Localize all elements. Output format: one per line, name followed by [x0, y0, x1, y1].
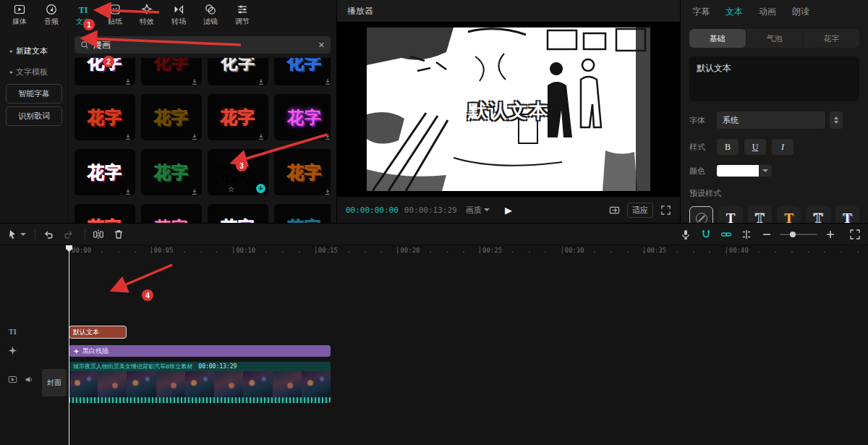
text-style-preview: 花字 — [287, 161, 322, 184]
select-tool-chevron-icon[interactable] — [20, 233, 26, 236]
subtab-花字[interactable]: 花字 — [803, 29, 859, 48]
text-content-input[interactable]: 默认文本 — [689, 56, 859, 101]
font-stepper[interactable] — [830, 111, 843, 129]
tab-朗读[interactable]: 朗读 — [792, 6, 809, 18]
text-style-tile[interactable]: 花字 — [208, 204, 268, 223]
tab-动画[interactable]: 动画 — [759, 6, 776, 18]
fit-timeline-icon[interactable] — [849, 229, 861, 240]
add-to-track-icon[interactable]: + — [256, 184, 265, 193]
zoom-out-icon[interactable] — [761, 229, 773, 240]
toolbar-item-label: 媒体 — [12, 17, 27, 27]
color-picker[interactable] — [717, 165, 772, 177]
cover-button[interactable]: 封面 — [42, 369, 67, 397]
subtab-气泡[interactable]: 气泡 — [746, 29, 804, 48]
play-button[interactable]: ▶ — [505, 205, 512, 216]
fit-mode-button[interactable]: 适应 — [627, 203, 653, 218]
text-style-tile[interactable]: 化字 — [274, 58, 331, 85]
preset-label: 预设样式 — [689, 188, 859, 199]
zoom-in-icon[interactable] — [825, 229, 836, 240]
download-icon[interactable] — [191, 130, 198, 137]
quality-dropdown[interactable]: 画质 — [466, 205, 490, 216]
main-track-magnet-icon[interactable] — [700, 229, 712, 240]
video-clip[interactable]: 城市夜景人物街景美女情侣背影汽车B班立素材 00:00:13:29 — [69, 362, 331, 403]
preview-axis-icon[interactable] — [741, 229, 752, 240]
toolbar-item-贴纸[interactable]: 贴纸 — [100, 1, 130, 30]
playhead[interactable] — [69, 245, 69, 445]
sidebar-item-识别歌词[interactable]: 识别歌词 — [6, 106, 62, 126]
text-style-tile[interactable]: 花字 — [75, 204, 135, 223]
style-bold-button[interactable]: B — [717, 139, 739, 155]
text-style-tile[interactable]: 化字 — [208, 58, 268, 85]
clear-search-icon[interactable]: ✕ — [318, 41, 325, 50]
text-clip[interactable]: 默认文本 — [69, 326, 127, 339]
subtab-基础[interactable]: 基础 — [689, 29, 746, 48]
download-icon[interactable] — [191, 185, 198, 192]
favorite-star-icon[interactable]: ☆ — [228, 186, 234, 193]
download-icon[interactable] — [124, 130, 132, 137]
sidebar-item-新建文本[interactable]: ▸新建文本 — [6, 42, 62, 60]
font-dropdown[interactable]: 系统 — [717, 111, 825, 129]
effect-clip[interactable]: 黑白线描 — [69, 345, 331, 357]
text-style-preview: 花字 — [287, 216, 322, 224]
redo-icon[interactable] — [63, 229, 75, 240]
split-icon[interactable] — [93, 229, 104, 240]
text-style-tile[interactable]: 花字 — [141, 204, 202, 223]
download-icon[interactable] — [324, 75, 331, 82]
download-icon[interactable] — [258, 130, 265, 137]
download-icon[interactable] — [324, 130, 331, 137]
text-style-tile[interactable]: 花字☆+ — [208, 149, 268, 195]
text-style-tile[interactable]: 化字 — [75, 58, 135, 85]
toolbar-item-音频[interactable]: 音频 — [36, 1, 67, 30]
text-style-tile[interactable]: 花字 — [274, 204, 331, 223]
delete-icon[interactable] — [113, 229, 124, 240]
toolbar-item-媒体[interactable]: 媒体 — [4, 1, 35, 30]
preview-text-overlay: 默认文本 — [367, 98, 650, 124]
download-icon[interactable] — [191, 75, 198, 82]
color-label: 颜色 — [689, 166, 717, 177]
toolbar-item-特效[interactable]: 特效 — [132, 1, 162, 30]
zoom-slider[interactable] — [780, 234, 817, 235]
style-underline-button[interactable]: U — [744, 139, 766, 155]
download-icon[interactable] — [124, 75, 132, 82]
timeline-ruler[interactable]: 00:0000:0500:1000:1500:2000:2500:3000:35… — [0, 245, 868, 257]
mute-track-icon[interactable] — [25, 374, 34, 387]
text-style-tile[interactable]: 花字 — [141, 149, 202, 195]
fullscreen-icon[interactable] — [660, 205, 671, 216]
tab-字幕[interactable]: 字幕 — [692, 6, 710, 18]
undo-icon[interactable] — [43, 229, 54, 240]
zoom-slider-knob[interactable] — [790, 232, 796, 237]
sidebar-item-智能字幕[interactable]: 智能字幕 — [6, 84, 62, 103]
text-style-tile[interactable]: 花字 — [141, 94, 202, 140]
download-icon[interactable] — [258, 75, 265, 82]
style-italic-button[interactable]: I — [772, 139, 793, 155]
download-icon[interactable] — [324, 185, 331, 192]
download-icon[interactable] — [124, 185, 132, 192]
toolbar-item-调节[interactable]: 调节 — [227, 1, 258, 30]
search-input[interactable] — [93, 40, 318, 50]
text-style-tile[interactable]: 化字 — [141, 58, 202, 85]
effect-track-icon — [8, 345, 17, 358]
tab-文本[interactable]: 文本 — [726, 6, 743, 18]
record-audio-icon[interactable] — [680, 229, 692, 240]
total-duration: 00:00:13:29 — [404, 205, 457, 215]
toolbar-item-文本[interactable]: TI文本 — [68, 1, 98, 30]
text-style-tile[interactable]: 花字 — [75, 149, 135, 195]
select-tool-icon[interactable] — [7, 229, 19, 240]
ruler-tick-label: 00:00 — [72, 247, 91, 254]
toolbar-item-滤镜[interactable]: 滤镜 — [195, 1, 226, 30]
snapshot-icon[interactable] — [609, 205, 620, 216]
timeline: 00:0000:0500:1000:1500:2000:2500:3000:35… — [0, 223, 868, 445]
toolbar-item-转场[interactable]: 转场 — [163, 1, 194, 30]
text-style-tile[interactable]: 花字 — [274, 149, 331, 195]
text-style-tile[interactable]: 花字 — [75, 94, 135, 140]
search-bar[interactable]: ✕ — [75, 36, 331, 54]
chevron-right-icon: ▸ — [10, 69, 13, 75]
sidebar-item-文字模板[interactable]: ▸文字模板 — [6, 63, 62, 81]
ruler-tick-label: 00:15 — [318, 247, 338, 254]
text-style-tile[interactable]: 花字 — [208, 94, 268, 140]
ruler-tick: 00:25 — [480, 247, 502, 254]
auto-snap-icon[interactable] — [720, 229, 732, 240]
text-style-tile[interactable]: 花字 — [274, 94, 331, 140]
library-panel: 媒体音频TI文本贴纸特效转场滤镜调节 ▸新建文本▸文字模板智能字幕识别歌词 ✕ … — [0, 0, 337, 223]
toolbar-item-label: 音频 — [44, 17, 59, 27]
